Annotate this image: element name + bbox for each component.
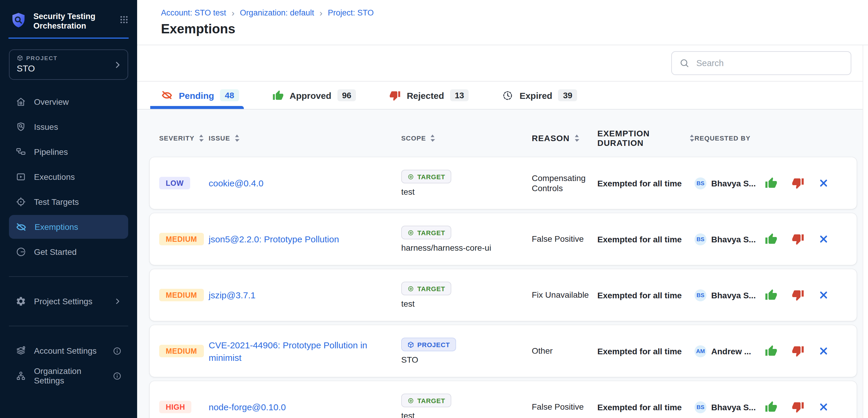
thumbs-down-icon [792,233,804,245]
table-row[interactable]: LOW cookie@0.4.0 TARGET test Compensatin… [150,157,857,209]
cube-icon [17,55,23,61]
target-icon [16,197,26,207]
toolbar [137,45,868,81]
thumbs-up-icon [765,401,777,413]
severity-badge: MEDIUM [159,289,204,301]
page-title: Exemptions [161,22,852,37]
reject-button[interactable] [792,289,804,301]
app-switcher-grid-icon[interactable] [119,15,129,25]
breadcrumb-project[interactable]: Project: STO [328,8,374,17]
severity-badge: LOW [159,177,190,189]
table-row[interactable]: HIGH node-forge@0.10.0 TARGET test False… [150,381,857,418]
approve-button[interactable] [765,289,777,301]
sidebar-item-pipelines[interactable]: Pipelines [9,140,128,164]
sidebar-item-get-started[interactable]: Get Started [9,240,128,264]
avatar: BS [694,233,707,245]
sidebar-item-organization-settings[interactable]: Organization Settings [9,364,128,388]
tab-pending[interactable]: Pending 48 [161,81,239,109]
issue-link[interactable]: node-forge@0.10.0 [209,401,286,413]
chevron-right-icon [113,60,122,69]
cancel-button[interactable] [818,402,829,412]
sidebar: Security Testing Orchestration PROJECT [0,0,137,418]
approve-button[interactable] [765,401,777,413]
project-selector-name: STO [17,63,120,73]
shield-logo-icon [11,12,26,30]
table-row[interactable]: MEDIUM jszip@3.7.1 TARGET test Fix Unava… [150,269,857,321]
app-logo-row: Security Testing Orchestration [0,0,137,31]
breadcrumb: Account: STO test › Organization: defaul… [161,8,852,17]
tab-count-badge: 48 [220,89,239,101]
column-header-scope[interactable]: SCOPE [401,129,532,148]
info-icon[interactable] [113,371,122,380]
sidebar-item-overview[interactable]: Overview [9,90,128,114]
reject-button[interactable] [792,177,804,189]
scope-name: harness/harness-core-ui [401,243,532,252]
approve-button[interactable] [765,233,777,245]
breadcrumb-account[interactable]: Account: STO test [161,8,226,17]
scope-badge: TARGET [401,393,451,407]
cancel-button[interactable] [818,234,829,244]
page-header: Account: STO test › Organization: defaul… [137,0,868,45]
search-input[interactable] [695,58,843,68]
reject-button[interactable] [792,345,804,357]
sort-icon [234,134,240,142]
column-header-severity[interactable]: SEVERITY [159,134,209,142]
table-row[interactable]: MEDIUM json5@2.2.0: Prototype Pollution … [150,213,857,265]
column-header-issue[interactable]: ISSUE [209,134,401,142]
breadcrumb-separator-icon: › [319,9,322,17]
reject-button[interactable] [792,233,804,245]
eye-slash-icon [161,89,173,101]
target-scope-icon [407,285,414,292]
thumbs-up-icon [765,345,777,357]
scrollbar-track[interactable] [863,45,868,418]
sidebar-item-account-settings[interactable]: Account Settings [9,339,128,362]
reason: Fix Unavailable [532,290,597,300]
column-header-requested-by[interactable]: REQUESTED BY [694,135,764,142]
x-icon [818,234,829,244]
scope-badge: PROJECT [401,338,456,351]
sort-icon [689,134,694,142]
home-icon [16,97,26,107]
cancel-button[interactable] [818,290,829,300]
thumbs-down-icon [390,90,401,101]
approve-button[interactable] [765,345,777,357]
cancel-button[interactable] [818,178,829,188]
tab-expired[interactable]: Expired 39 [502,81,577,109]
cancel-button[interactable] [818,346,829,356]
sidebar-item-issues[interactable]: Issues [9,115,128,139]
x-icon [818,402,829,412]
org-chart-gear-icon [16,370,26,381]
target-scope-icon [407,173,414,180]
breadcrumb-organization[interactable]: Organization: default [240,8,314,17]
column-header-exemption-duration[interactable]: EXEMPTION DURATION [597,129,694,148]
issue-link[interactable]: cookie@0.4.0 [209,177,264,189]
sidebar-item-exemptions[interactable]: Exemptions [9,215,128,239]
reason: False Positive [532,402,597,412]
info-icon[interactable] [113,346,122,355]
x-icon [818,346,829,356]
issue-link[interactable]: json5@2.2.0: Prototype Pollution [209,233,339,245]
sidebar-item-executions[interactable]: Executions [9,165,128,189]
issue-link[interactable]: CVE-2021-44906: Prototype Pollution in m… [209,339,389,363]
sort-icon [198,134,204,142]
breadcrumb-separator-icon: › [231,9,235,17]
sidebar-item-project-settings[interactable]: Project Settings [9,289,128,313]
x-icon [818,290,829,300]
column-header-reason[interactable]: REASON [532,133,597,143]
tab-approved[interactable]: Approved 96 [273,81,356,109]
avatar: AM [694,345,707,357]
issue-link[interactable]: jszip@3.7.1 [209,289,255,301]
search-box [671,51,851,75]
tab-rejected[interactable]: Rejected 13 [390,81,469,109]
thumbs-down-icon [792,345,804,357]
project-selector[interactable]: PROJECT STO [9,49,128,80]
thumbs-up-icon [765,233,777,245]
reject-button[interactable] [792,401,804,413]
table-header: SEVERITY ISSUE SCOPE REASON EXEMPTION DU… [150,110,857,157]
table-row[interactable]: MEDIUM CVE-2021-44906: Prototype Polluti… [150,325,857,377]
sidebar-item-test-targets[interactable]: Test Targets [9,190,128,214]
tab-count-badge: 13 [450,89,469,101]
x-icon [818,178,829,188]
avatar: BS [694,289,707,301]
approve-button[interactable] [765,177,777,189]
